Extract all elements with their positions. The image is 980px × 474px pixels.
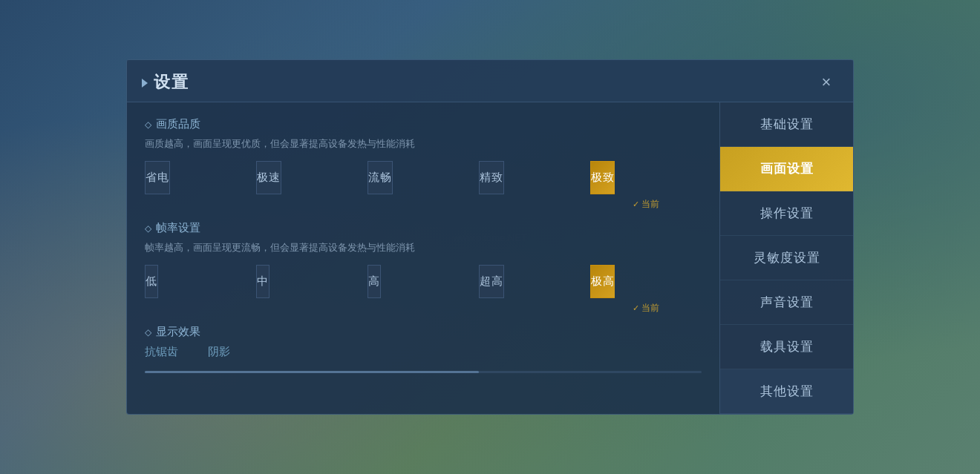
quality-title: 画质品质 [145, 117, 702, 131]
quality-current-label: 当前 [633, 198, 659, 211]
framerate-section: 帧率设置 帧率越高，画面呈现更流畅，但会显著提高设备发热与性能消耗 低 中 高 [145, 221, 702, 298]
dialog-content: 画质品质 画质越高，画面呈现更优质，但会显著提高设备发热与性能消耗 省电 极速 … [127, 102, 719, 414]
close-button[interactable]: × [814, 70, 838, 94]
framerate-option-medium: 中 [256, 265, 368, 298]
display-title: 显示效果 [145, 325, 702, 339]
framerate-ultra-high-btn[interactable]: 超高 [479, 265, 504, 298]
sidebar-item-more[interactable]: 其他设置 [720, 369, 853, 414]
framerate-low-btn[interactable]: 低 [145, 265, 158, 298]
quality-section: 画质品质 画质越高，画面呈现更优质，但会显著提高设备发热与性能消耗 省电 极速 … [145, 117, 702, 194]
framerate-option-ultra-high: 超高 [479, 265, 590, 298]
sidebar-item-sensitivity[interactable]: 灵敏度设置 [720, 236, 853, 280]
quality-option-power-save: 省电 [145, 161, 256, 194]
framerate-high-btn[interactable]: 高 [368, 265, 381, 298]
scrollbar[interactable] [145, 371, 702, 373]
quality-btn-group: 省电 极速 流畅 精致 极致 当前 [145, 161, 702, 194]
framerate-extreme-btn[interactable]: 极高 [590, 265, 615, 298]
display-effects-group: 抗锯齿 阴影 [145, 345, 702, 359]
sidebar-item-graphics[interactable]: 画面设置 [720, 147, 853, 191]
quality-option-refined: 精致 [479, 161, 590, 194]
quality-power-save-btn[interactable]: 省电 [145, 161, 170, 194]
framerate-btn-group: 低 中 高 超高 极高 当前 [145, 265, 702, 298]
quality-option-ultra: 极致 当前 [590, 161, 702, 194]
antialiasing-toggle[interactable]: 抗锯齿 [145, 345, 178, 359]
sidebar-item-controls[interactable]: 操作设置 [720, 191, 853, 236]
framerate-desc: 帧率越高，画面呈现更流畅，但会显著提高设备发热与性能消耗 [145, 241, 702, 254]
framerate-title: 帧率设置 [145, 221, 702, 235]
sidebar: 基础设置 画面设置 操作设置 灵敏度设置 声音设置 载具设置 其他设置 [719, 102, 853, 414]
shadow-toggle[interactable]: 阴影 [208, 345, 230, 359]
dialog-overlay: 设置 × 画质品质 画质越高，画面呈现更优质，但会显著提高设备发热与性能消耗 省… [0, 0, 980, 474]
sidebar-item-audio[interactable]: 声音设置 [720, 280, 853, 325]
display-section: 显示效果 抗锯齿 阴影 [145, 325, 702, 373]
quality-ultra-btn[interactable]: 极致 [590, 161, 615, 194]
settings-dialog: 设置 × 画质品质 画质越高，画面呈现更优质，但会显著提高设备发热与性能消耗 省… [126, 59, 854, 415]
dialog-header: 设置 × [127, 60, 853, 102]
quality-desc: 画质越高，画面呈现更优质，但会显著提高设备发热与性能消耗 [145, 137, 702, 151]
quality-fast-btn[interactable]: 极速 [256, 161, 281, 194]
framerate-medium-btn[interactable]: 中 [256, 265, 270, 298]
quality-refined-btn[interactable]: 精致 [479, 161, 504, 194]
framerate-option-extreme: 极高 当前 [590, 265, 702, 298]
framerate-option-low: 低 [145, 265, 256, 298]
framerate-option-high: 高 [368, 265, 479, 298]
quality-option-smooth: 流畅 [368, 161, 479, 194]
quality-smooth-btn[interactable]: 流畅 [368, 161, 393, 194]
sidebar-item-vehicle[interactable]: 载具设置 [720, 325, 853, 369]
scrollbar-thumb [145, 371, 479, 373]
sidebar-item-basic[interactable]: 基础设置 [720, 102, 853, 147]
quality-option-fast: 极速 [256, 161, 368, 194]
dialog-body: 画质品质 画质越高，画面呈现更优质，但会显著提高设备发热与性能消耗 省电 极速 … [127, 102, 853, 414]
dialog-title: 设置 [142, 71, 189, 93]
framerate-current-label: 当前 [633, 302, 659, 315]
